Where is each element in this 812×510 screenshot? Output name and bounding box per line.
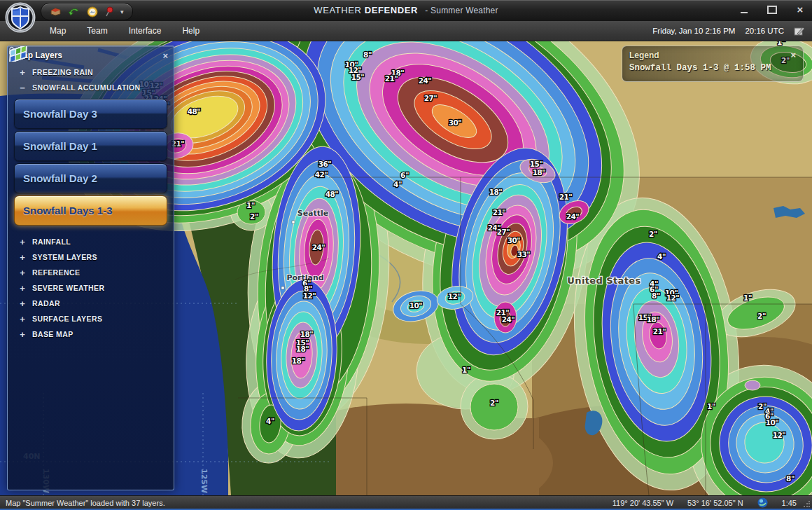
snow-label: 12" — [666, 294, 680, 302]
expand-toggle-icon[interactable]: + — [19, 329, 26, 340]
app-window: WEATHER DEFENDER - Summer Weather ▾ × Ma… — [0, 0, 812, 510]
pushpin-icon[interactable] — [104, 6, 114, 18]
expand-toggle-icon[interactable]: + — [19, 283, 26, 294]
snow-label: 4" — [266, 417, 274, 425]
toolbar-caret-icon[interactable]: ▾ — [120, 8, 124, 15]
country-label: United States — [567, 275, 640, 286]
statusbar: Map "Summer Weather" loaded with 37 laye… — [0, 495, 812, 509]
snow-label: 2" — [250, 212, 258, 221]
snow-label: 1" — [462, 366, 470, 374]
legend-title: Legend — [629, 50, 790, 60]
snow-label: 4" — [393, 180, 402, 188]
expand-toggle-icon[interactable]: − — [19, 83, 26, 93]
globe-status-icon — [757, 497, 768, 508]
map-canvas[interactable]: 40N130W125W SeattlePortlandUnited States… — [0, 41, 812, 495]
panel-close-icon[interactable]: × — [162, 50, 168, 61]
globe-badge-icon[interactable] — [87, 6, 98, 18]
snow-label: 27" — [497, 228, 510, 236]
snow-label: 15" — [351, 73, 365, 81]
expand-toggle-icon[interactable]: + — [19, 237, 26, 247]
menu-item-help[interactable]: Help — [172, 21, 210, 41]
layer-group-base-map[interactable]: +BASE MAP — [8, 326, 174, 342]
menubar: MapTeamInterfaceHelp Friday, Jan 10 2:16… — [0, 21, 812, 41]
expand-toggle-icon[interactable]: + — [19, 268, 26, 278]
layer-button-snowfall-day-2[interactable]: Snowfall Day 2 — [14, 163, 167, 193]
utc-time: 20:16 UTC — [745, 27, 784, 35]
expand-toggle-icon[interactable]: + — [19, 252, 26, 263]
snow-label: 2" — [649, 230, 657, 238]
snow-label: 48" — [188, 107, 201, 116]
resize-grip[interactable] — [803, 501, 810, 508]
snow-label: 4" — [657, 252, 666, 261]
panel-title: Map Layers — [16, 50, 148, 60]
local-datetime: Friday, Jan 10 2:16 PM — [652, 27, 735, 35]
snow-label: 33" — [517, 250, 531, 259]
layer-group-snowfall-accumulation[interactable]: −SNOWFALL ACCUMULATION — [8, 80, 174, 95]
snow-label: 30" — [507, 236, 521, 244]
maximize-button[interactable] — [766, 5, 778, 15]
snow-label: 18" — [647, 315, 660, 324]
layer-group-surface-layers[interactable]: +SURFACE LAYERS — [8, 311, 174, 326]
menu-items: MapTeamInterfaceHelp — [39, 21, 210, 41]
snow-label: 24" — [312, 243, 326, 251]
snow-label: 8" — [652, 291, 660, 300]
snow-label: 18" — [292, 357, 305, 365]
legend-panel: Legend × Snowfall Days 1-3 @ 1:58 PM — [622, 46, 804, 82]
snow-label: 24" — [502, 315, 515, 324]
quick-access-toolbar: ▾ — [41, 3, 133, 20]
snow-label: 42" — [315, 170, 328, 179]
legend-entry: Snowfall Days 1-3 @ 1:58 PM — [622, 60, 803, 73]
city-label: Seattle — [298, 209, 329, 218]
menu-item-map[interactable]: Map — [39, 21, 76, 41]
layer-group-reference[interactable]: +REFERENCE — [8, 265, 174, 280]
snow-label: 12" — [773, 431, 786, 439]
edit-note-icon[interactable] — [794, 26, 805, 36]
layer-button-snowfall-days-1-3[interactable]: Snowfall Days 1-3 — [14, 195, 167, 226]
menu-item-team[interactable]: Team — [76, 21, 118, 41]
legend-close-icon[interactable]: × — [790, 50, 796, 60]
expand-toggle-icon[interactable]: + — [19, 298, 26, 309]
cursor-latitude: 53° 16' 52.05" N — [687, 499, 743, 507]
layer-group-radar[interactable]: +RADAR — [8, 296, 174, 311]
layer-group-system-layers[interactable]: +SYSTEM LAYERS — [8, 249, 174, 265]
snow-label: 15" — [530, 160, 543, 168]
snow-label: 21" — [493, 208, 506, 216]
snow-label: 24" — [419, 76, 432, 85]
city-marker — [281, 287, 284, 289]
brand-weather: WEATHER — [314, 5, 361, 15]
layer-button-snowfall-day-3[interactable]: Snowfall Day 3 — [14, 99, 167, 129]
open-map-icon[interactable] — [50, 6, 62, 17]
graticule-label: 125W — [200, 469, 209, 493]
snow-label: 21" — [559, 193, 573, 201]
expand-toggle-icon[interactable]: + — [19, 67, 26, 78]
snow-label: 12" — [303, 291, 316, 300]
minimize-button[interactable] — [738, 5, 750, 15]
layer-group-severe-weather[interactable]: +SEVERE WEATHER — [8, 280, 174, 296]
snowfall-layer-buttons: Snowfall Day 3Snowfall Day 1Snowfall Day… — [8, 95, 174, 226]
close-button[interactable]: × — [794, 5, 806, 15]
cursor-longitude: 119° 20' 43.55" W — [612, 499, 673, 507]
map-name-suffix: - Summer Weather — [425, 6, 498, 15]
snow-label: 36" — [318, 160, 332, 168]
snow-label: 8" — [786, 474, 794, 483]
snow-label: 30" — [449, 118, 462, 127]
snow-label: 21" — [653, 327, 666, 336]
snow-label: 1" — [743, 294, 752, 302]
snow-label: 24" — [566, 212, 580, 221]
city-marker — [292, 221, 295, 223]
menu-item-interface[interactable]: Interface — [118, 21, 172, 41]
snow-label: 12" — [448, 292, 461, 301]
snow-label: 1" — [246, 201, 255, 209]
undo-icon[interactable] — [68, 6, 80, 17]
layer-groups-bottom: +RAINFALL+SYSTEM LAYERS+REFERENCE+SEVERE… — [8, 234, 174, 342]
layer-group-rainfall[interactable]: +RAINFALL — [8, 234, 174, 249]
brand-defender: DEFENDER — [365, 5, 418, 15]
layer-button-snowfall-day-1[interactable]: Snowfall Day 1 — [14, 131, 167, 161]
snow-label: 18" — [533, 168, 546, 177]
expand-toggle-icon[interactable]: + — [19, 314, 26, 324]
layer-group-freezing-rain[interactable]: +FREEZING RAIN — [8, 64, 174, 80]
snow-label: 48" — [326, 190, 339, 198]
snow-label: 10" — [410, 301, 423, 310]
map-layers-panel: Map Layers × +FREEZING RAIN−SNOWFALL ACC… — [7, 46, 174, 490]
status-message: Map "Summer Weather" loaded with 37 laye… — [0, 499, 165, 507]
